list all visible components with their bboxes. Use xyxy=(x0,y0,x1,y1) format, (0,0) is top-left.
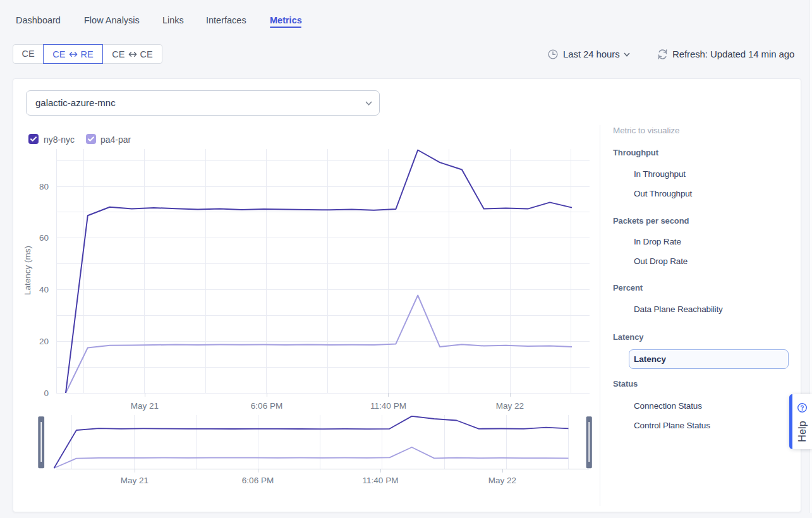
svg-text:May 22: May 22 xyxy=(496,401,524,411)
svg-text:May 21: May 21 xyxy=(131,401,159,411)
svg-text:0: 0 xyxy=(44,388,49,398)
svg-text:60: 60 xyxy=(39,233,49,243)
svg-text:40: 40 xyxy=(39,285,49,294)
svg-text:6:06 PM: 6:06 PM xyxy=(251,401,282,411)
svg-text:11:40 PM: 11:40 PM xyxy=(363,476,399,485)
svg-text:11:40 PM: 11:40 PM xyxy=(370,401,406,411)
svg-text:20: 20 xyxy=(39,337,49,346)
svg-text:80: 80 xyxy=(39,182,49,191)
svg-text:May 22: May 22 xyxy=(488,476,516,485)
svg-text:6:06 PM: 6:06 PM xyxy=(242,476,274,485)
svg-text:May 21: May 21 xyxy=(121,476,148,485)
svg-text:Latency (ms): Latency (ms) xyxy=(23,246,32,295)
